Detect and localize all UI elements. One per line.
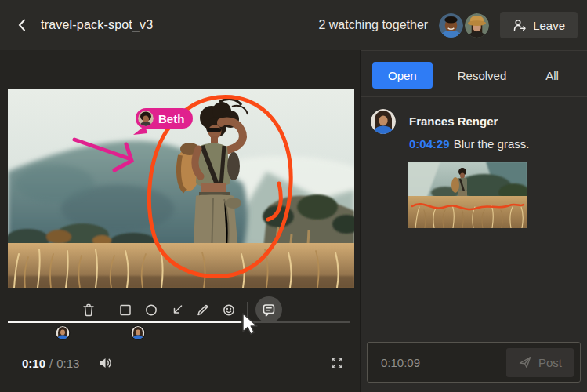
leave-icon [513,18,527,32]
time-separator: / [49,357,53,370]
video-canvas[interactable]: Beth [8,89,354,288]
commenter-avatar [371,109,396,134]
player-controls: 0:10 / 0:13 [0,351,361,375]
rectangle-icon [118,302,133,318]
presence-name: Beth [158,112,184,125]
comment-input[interactable] [368,356,506,369]
player-pane: Beth [0,50,361,392]
commenter-name: Frances Renger [409,114,498,128]
leave-button[interactable]: Leave [500,12,578,38]
fullscreen-icon [331,357,343,369]
watching-label: 2 watching together [318,18,428,32]
presence-avatar [138,111,154,126]
comment-marker[interactable] [132,326,145,339]
leave-button-label: Leave [533,19,565,32]
viewer-avatars [439,13,489,38]
viewer-avatar-2 [465,13,489,38]
back-button[interactable] [14,15,30,35]
toolbar-divider [107,302,107,318]
time-display: 0:10 / 0:13 [22,357,79,370]
emoji-tool-button[interactable] [219,299,239,320]
timeline-progress [8,321,241,323]
comment-marker[interactable] [56,326,69,339]
rectangle-tool-button[interactable] [115,299,136,320]
comment-frame-thumbnail[interactable] [408,162,527,228]
tab-resolved[interactable]: Resolved [444,62,521,89]
delete-annotation-button[interactable] [78,299,99,320]
smiley-icon [221,302,237,318]
current-time: 0:10 [22,357,45,370]
ellipse-tool-button[interactable] [141,299,161,320]
comment-composer: Post [367,342,581,383]
draw-tool-button[interactable] [193,299,213,320]
comment-tool-button[interactable] [255,296,282,323]
replay-app: travel-pack-spot_v3 2 watching together … [0,0,587,392]
page-title: travel-pack-spot_v3 [41,18,153,32]
tabs-divider [361,96,587,97]
speaker-icon [98,357,112,369]
viewer-avatar-1 [439,13,463,38]
comment-icon [261,302,277,318]
timeline-markers [8,326,350,340]
timeline-scrubber[interactable] [8,321,350,323]
pencil-icon [195,302,211,318]
trash-icon [81,302,96,318]
post-button-label: Post [538,356,562,369]
tab-open[interactable]: Open [372,62,433,89]
presence-label: Beth [136,108,193,129]
arrow-tool-button[interactable] [167,299,187,320]
send-icon [518,355,532,369]
fullscreen-button[interactable] [331,357,343,369]
volume-button[interactable] [98,357,112,369]
comments-sidebar: Open Resolved All Frances Renger 0:04:29… [361,50,587,392]
chevron-left-icon [17,18,27,32]
ellipse-icon [143,302,159,318]
duration: 0:13 [56,357,79,370]
post-button[interactable]: Post [506,348,574,377]
toolbar-divider [247,302,248,318]
comment-body: 0:04:29Blur the grass. [409,137,529,151]
arrow-icon [169,302,185,318]
comment-filter-tabs: Open Resolved All [372,62,573,89]
comment-text: Blur the grass. [454,137,530,151]
tab-all[interactable]: All [531,62,573,89]
comment-timestamp-link[interactable]: 0:04:29 [409,137,450,151]
header: travel-pack-spot_v3 2 watching together … [0,0,587,50]
